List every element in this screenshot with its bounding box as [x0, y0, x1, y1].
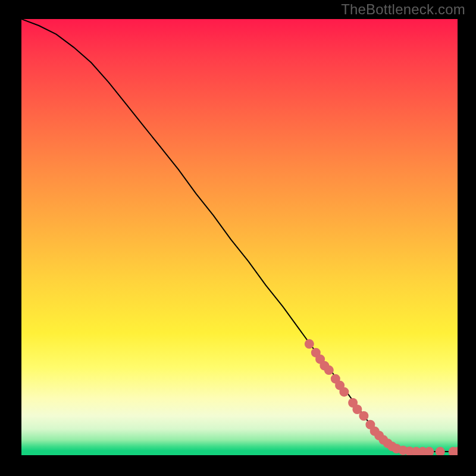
highlight-point [324, 365, 334, 375]
highlight-point [339, 387, 349, 397]
marker-group [305, 339, 458, 455]
bottleneck-curve [21, 19, 458, 452]
highlight-point [305, 339, 314, 349]
highlight-point [436, 447, 445, 455]
watermark-text: TheBottleneck.com [341, 1, 465, 18]
highlight-point [359, 411, 368, 421]
highlight-point [424, 447, 434, 455]
chart-frame: TheBottleneck.com [0, 0, 476, 476]
chart-overlay [21, 19, 458, 455]
